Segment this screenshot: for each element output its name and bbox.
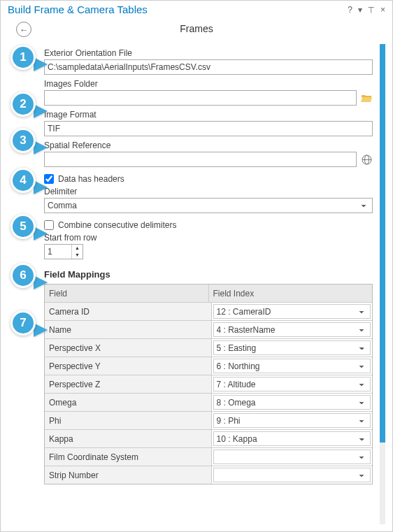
images-folder-label: Images Folder xyxy=(44,79,373,89)
field-name-cell: Camera ID xyxy=(45,303,212,320)
start-row-spinner[interactable]: ▲ ▼ xyxy=(44,244,83,259)
field-index-select[interactable]: 5 : Easting xyxy=(213,340,371,355)
back-button[interactable]: ← xyxy=(16,22,31,37)
table-row: Camera ID12 : CameraID xyxy=(45,303,372,321)
callout-pointer-icon xyxy=(34,275,48,289)
image-format-label: Image Format xyxy=(44,110,373,120)
field-index-cell: 9 : Phi xyxy=(212,412,373,429)
field-name-cell: Omega xyxy=(45,394,212,411)
callout-badge-4: 4 xyxy=(10,168,41,199)
table-row: Perspective Z7 : Altitude xyxy=(45,375,372,394)
field-index-cell: 5 : Easting xyxy=(212,339,373,357)
spatial-ref-picker-button[interactable] xyxy=(361,153,373,166)
callout-number: 4 xyxy=(10,168,36,193)
delimiter-label: Delimiter xyxy=(44,187,373,196)
callout-badge-5: 5 xyxy=(10,214,41,245)
field-index-cell xyxy=(212,466,373,484)
table-row: Omega8 : Omega xyxy=(45,394,372,412)
col-field-header: Field xyxy=(45,285,209,302)
start-row-label: Start from row xyxy=(44,233,373,243)
field-index-cell: 12 : CameraID xyxy=(212,303,373,320)
field-index-select[interactable]: 10 : Kappa xyxy=(213,431,371,446)
field-name-cell: Name xyxy=(45,321,212,338)
eo-file-row: Exterior Orientation File xyxy=(44,48,373,75)
field-name-cell: Perspective Z xyxy=(45,375,212,393)
headers-checkbox-row: Data has headers xyxy=(44,174,373,184)
page-title: Frames xyxy=(180,23,213,34)
field-mappings-table: Field Field Index Camera ID12 : CameraID… xyxy=(44,284,373,484)
callout-badge-6: 6 xyxy=(10,263,41,294)
close-icon[interactable]: × xyxy=(380,5,385,15)
table-header-row: Field Field Index xyxy=(45,285,372,303)
titlebar: Build Frame & Camera Tables ? ▾ ⊥ × xyxy=(1,1,392,19)
field-name-cell: Film Coordinate System xyxy=(45,448,212,466)
window-title: Build Frame & Camera Tables xyxy=(8,3,342,15)
start-row-row: Start from row ▲ ▼ xyxy=(44,233,373,259)
field-index-select[interactable]: 6 : Northing xyxy=(213,359,371,373)
folder-icon xyxy=(361,93,372,103)
callout-pointer-icon xyxy=(34,323,48,337)
browse-folder-button[interactable] xyxy=(361,92,373,104)
table-row: Kappa10 : Kappa xyxy=(45,430,372,448)
form: Exterior Orientation File Images Folder … xyxy=(44,44,373,524)
spatial-ref-label: Spatial Reference xyxy=(44,141,373,150)
options-icon[interactable]: ▾ xyxy=(358,5,362,15)
field-index-cell: 6 : Northing xyxy=(212,357,373,375)
scrollbar-track[interactable] xyxy=(380,44,385,524)
delimiter-row: Delimiter Comma xyxy=(44,187,373,213)
callout-number: 1 xyxy=(10,45,36,70)
scrollbar-thumb[interactable] xyxy=(380,44,385,443)
table-row: Film Coordinate System xyxy=(45,448,372,466)
eo-file-label: Exterior Orientation File xyxy=(44,48,373,58)
field-name-cell: Perspective X xyxy=(45,339,212,357)
help-icon[interactable]: ? xyxy=(348,5,352,15)
field-index-select[interactable]: 7 : Altitude xyxy=(213,377,371,391)
field-index-cell: 4 : RasterName xyxy=(212,321,373,338)
field-mappings-heading: Field Mappings xyxy=(44,269,373,280)
delimiter-select[interactable]: Comma xyxy=(44,198,373,213)
spatial-ref-row: Spatial Reference xyxy=(44,141,373,167)
spatial-ref-input[interactable] xyxy=(44,152,357,167)
field-index-cell xyxy=(212,448,373,466)
arrow-left-icon: ← xyxy=(20,24,29,35)
field-index-cell: 10 : Kappa xyxy=(212,430,373,447)
image-format-row: Image Format xyxy=(44,110,373,136)
table-row: Name4 : RasterName xyxy=(45,321,372,339)
callout-pointer-icon xyxy=(34,227,48,240)
table-row: Perspective X5 : Easting xyxy=(45,339,372,357)
callout-number: 3 xyxy=(10,128,36,153)
callout-number: 7 xyxy=(10,310,36,336)
field-index-select[interactable] xyxy=(213,450,371,464)
field-index-select[interactable]: 12 : CameraID xyxy=(213,304,371,319)
content: Exterior Orientation File Images Folder … xyxy=(1,44,392,531)
eo-file-input[interactable] xyxy=(44,59,373,75)
field-index-select[interactable] xyxy=(213,468,371,482)
callout-pointer-icon xyxy=(34,141,48,154)
table-row: Strip Number xyxy=(45,466,372,484)
field-name-cell: Perspective Y xyxy=(45,357,212,375)
spinner-down-icon[interactable]: ▼ xyxy=(72,252,83,259)
spinner-up-icon[interactable]: ▲ xyxy=(72,245,83,252)
field-name-cell: Strip Number xyxy=(45,466,212,484)
callout-number: 6 xyxy=(10,263,36,288)
field-index-select[interactable]: 4 : RasterName xyxy=(213,322,371,337)
image-format-input[interactable] xyxy=(44,121,373,136)
start-row-input[interactable] xyxy=(45,245,71,259)
globe-icon xyxy=(362,154,372,165)
combine-delim-row: Combine consecutive delimiters xyxy=(44,220,373,230)
pin-icon[interactable]: ⊥ xyxy=(368,5,375,15)
callout-pointer-icon xyxy=(34,57,48,71)
field-name-cell: Phi xyxy=(45,412,212,429)
field-index-select[interactable]: 9 : Phi xyxy=(213,413,371,428)
field-name-cell: Kappa xyxy=(45,430,212,447)
field-index-cell: 7 : Altitude xyxy=(212,375,373,393)
callout-pointer-icon xyxy=(34,180,48,194)
combine-delimiters-label: Combine consecutive delimiters xyxy=(58,220,176,230)
field-index-cell: 8 : Omega xyxy=(212,394,373,411)
callout-badge-1: 1 xyxy=(10,45,41,76)
col-index-header: Field Index xyxy=(209,285,373,302)
images-folder-input[interactable] xyxy=(44,90,357,106)
page-header: ← Frames xyxy=(1,19,392,39)
field-index-select[interactable]: 8 : Omega xyxy=(213,395,371,410)
table-row: Phi9 : Phi xyxy=(45,412,372,430)
